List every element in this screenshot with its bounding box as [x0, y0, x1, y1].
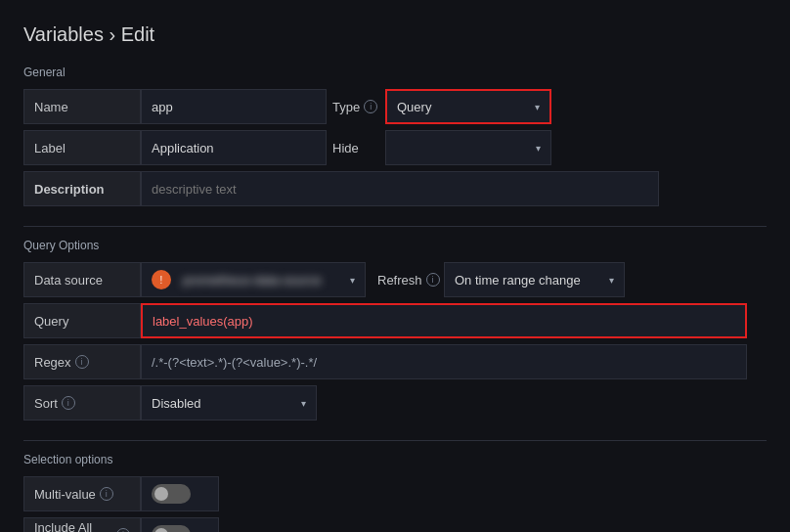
include-all-row: Include All option i: [23, 517, 767, 532]
regex-input[interactable]: [141, 344, 747, 379]
query-options-section: Query Options Data source ! prometheus-d…: [23, 239, 767, 421]
regex-row: Regex i: [23, 344, 767, 379]
regex-info-icon[interactable]: i: [75, 355, 89, 369]
regex-label-cell: Regex i: [23, 344, 141, 379]
section-divider: [23, 226, 767, 227]
type-dropdown[interactable]: Query ▾: [385, 89, 551, 124]
refresh-dropdown[interactable]: On time range change ▾: [444, 262, 625, 297]
include-all-toggle[interactable]: [152, 525, 191, 532]
multi-value-label: Multi-value i: [23, 476, 141, 511]
label-input[interactable]: [141, 130, 327, 165]
include-all-label: Include All option i: [23, 517, 141, 532]
datasource-icon: !: [152, 270, 171, 289]
multi-value-toggle[interactable]: [152, 484, 191, 504]
hide-dropdown[interactable]: ▾: [385, 130, 551, 165]
datasource-chevron-icon: ▾: [350, 275, 355, 286]
multi-value-info-icon[interactable]: i: [100, 487, 113, 501]
description-input[interactable]: [141, 171, 659, 206]
general-section: General Name Type i Query ▾ Label Hide ▾…: [23, 66, 767, 206]
description-row: Description: [23, 171, 767, 206]
datasource-select[interactable]: ! prometheus-data-source ▾: [141, 262, 366, 297]
page-title: Variables › Edit: [23, 23, 767, 46]
datasource-label: Data source: [23, 262, 141, 297]
sort-chevron-icon: ▾: [301, 398, 306, 409]
query-options-label: Query Options: [23, 239, 767, 252]
description-label: Description: [23, 171, 141, 206]
sort-dropdown[interactable]: Disabled ▾: [141, 385, 317, 421]
name-label: Name: [23, 89, 141, 124]
hide-chevron-icon: ▾: [536, 143, 541, 154]
refresh-chevron-icon: ▾: [609, 275, 614, 286]
type-chevron-icon: ▾: [535, 102, 540, 112]
section-divider-2: [23, 440, 767, 441]
sort-row: Sort i Disabled ▾: [23, 385, 767, 421]
general-section-label: General: [23, 66, 767, 79]
sort-label-cell: Sort i: [23, 385, 141, 421]
selection-options-label: Selection options: [23, 453, 767, 466]
multi-value-toggle-cell: [141, 476, 219, 511]
datasource-row: Data source ! prometheus-data-source ▾ R…: [23, 262, 767, 297]
datasource-value: prometheus-data-source: [183, 273, 322, 288]
selection-options-section: Selection options Multi-value i Include …: [23, 453, 767, 532]
label-hide-row: Label Hide ▾: [23, 130, 767, 165]
query-row: Query label_values(app): [23, 303, 767, 338]
type-info-icon[interactable]: i: [364, 100, 377, 113]
query-label: Query: [23, 303, 141, 338]
hide-label-cell: Hide: [327, 133, 385, 163]
name-type-row: Name Type i Query ▾: [23, 89, 767, 124]
type-label-cell: Type i: [327, 92, 385, 122]
multi-value-row: Multi-value i: [23, 476, 767, 511]
include-all-info-icon[interactable]: i: [116, 528, 130, 532]
refresh-label-cell: Refresh i: [366, 265, 444, 295]
include-all-toggle-cell: [141, 517, 219, 532]
name-input[interactable]: [141, 89, 327, 124]
sort-info-icon[interactable]: i: [62, 396, 75, 410]
refresh-info-icon[interactable]: i: [426, 273, 440, 287]
query-value[interactable]: label_values(app): [141, 303, 747, 338]
label-label: Label: [23, 130, 141, 165]
